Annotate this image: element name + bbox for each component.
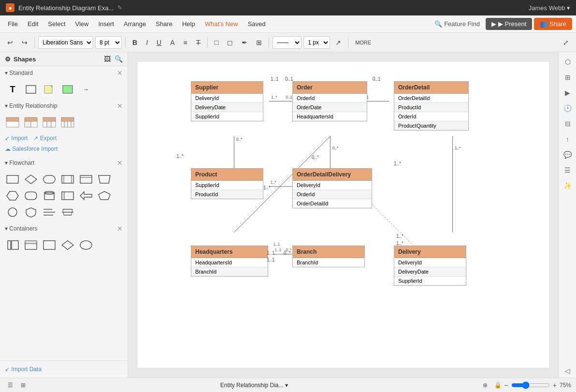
ct-diamond[interactable] xyxy=(60,238,75,252)
collapse-right-icon[interactable]: ◁ xyxy=(561,364,575,377)
containers-close-icon[interactable]: ✕ xyxy=(117,225,123,232)
fc-hex[interactable] xyxy=(5,189,20,203)
expand-button[interactable]: ⤢ xyxy=(560,36,572,49)
ct-shape3[interactable] xyxy=(42,238,57,252)
menu-whats-new[interactable]: What's New xyxy=(201,18,242,29)
er-shape-4[interactable] xyxy=(60,116,75,129)
menu-edit[interactable]: Edit xyxy=(24,18,42,29)
italic-button[interactable]: I xyxy=(143,36,151,49)
font-family-select[interactable]: Liberation Sans xyxy=(38,36,93,49)
line-width-select[interactable]: 1 px xyxy=(303,36,330,49)
note-shape[interactable] xyxy=(42,83,57,96)
menu-help[interactable]: Help xyxy=(178,18,199,29)
user-name[interactable]: James Webb ▾ xyxy=(529,4,570,12)
more-button[interactable]: MORE xyxy=(352,37,374,48)
pages-view-tab[interactable]: ⊞ xyxy=(18,381,29,390)
edit-title-icon[interactable]: ✎ xyxy=(117,4,122,11)
supplier-entity[interactable]: Supplier DeliveryId DeliveryDate Supplie… xyxy=(191,81,263,121)
underline-button[interactable]: U xyxy=(153,36,165,49)
menu-insert[interactable]: Insert xyxy=(94,18,118,29)
text-shape[interactable]: T xyxy=(5,83,20,96)
zoom-slider[interactable] xyxy=(511,381,550,389)
canvas-area[interactable]: 1..* 0..1 0..1 0..* 1..* 0..* 1..* xyxy=(128,52,559,377)
standard-section-header[interactable]: ▾ Standard ✕ xyxy=(0,66,128,80)
present-button[interactable]: ▶ ▶ Present xyxy=(486,18,532,30)
align-button[interactable]: ≡ xyxy=(180,36,190,49)
er-section-header[interactable]: ▾ Entity Relationship ✕ xyxy=(0,99,128,113)
rectangle-shape[interactable] xyxy=(23,83,39,96)
table-icon[interactable]: ⊞ xyxy=(561,71,575,84)
fc-rect4[interactable] xyxy=(60,189,75,203)
color-shape[interactable] xyxy=(60,83,75,96)
share-button[interactable]: 👥 Share xyxy=(534,18,572,30)
menu-file[interactable]: File xyxy=(4,18,22,29)
fc-drum[interactable] xyxy=(42,189,57,203)
flowchart-close-icon[interactable]: ✕ xyxy=(117,159,123,167)
clock-icon[interactable]: 🕐 xyxy=(561,102,575,115)
delivery-entity[interactable]: Delivery DeliveryId DeliveryDate Supplie… xyxy=(394,246,466,286)
font-color-button[interactable]: A xyxy=(167,36,178,49)
menu-share[interactable]: Share xyxy=(152,18,176,29)
fc-rect3[interactable] xyxy=(78,173,94,186)
menu-select[interactable]: Select xyxy=(44,18,69,29)
line-color-button[interactable]: ◻ xyxy=(224,36,236,49)
fill-button[interactable]: □ xyxy=(211,36,222,49)
connector-button[interactable]: ↗ xyxy=(332,36,345,49)
diagram-canvas[interactable]: 1..* 0..1 0..1 0..* 1..* 0..* 1..* xyxy=(138,62,549,368)
fc-lines2[interactable] xyxy=(60,205,75,219)
line-style-select[interactable]: —— xyxy=(273,36,302,49)
fc-rect2[interactable] xyxy=(60,173,75,186)
diagram-dropdown-icon[interactable]: ▾ xyxy=(285,382,288,389)
ct-shape1[interactable] xyxy=(5,238,20,252)
gear-icon[interactable]: ⚙ xyxy=(5,56,11,63)
upload-icon[interactable]: ↑ xyxy=(561,132,575,146)
er-close-icon[interactable]: ✕ xyxy=(117,102,123,110)
magic-icon[interactable]: ✨ xyxy=(561,179,575,192)
present-icon[interactable]: ▶ xyxy=(561,86,575,100)
pen-button[interactable]: ✒ xyxy=(238,36,251,49)
fc-diamond[interactable] xyxy=(23,173,39,186)
menu-view[interactable]: View xyxy=(72,18,93,29)
feature-find[interactable]: 🔍 Feature Find xyxy=(434,20,480,28)
image-icon[interactable]: 🖼 xyxy=(104,55,111,63)
zoom-in-button[interactable]: + xyxy=(553,381,557,389)
er-shape-1[interactable] xyxy=(5,116,20,129)
export-button[interactable]: ↗ Export xyxy=(33,135,57,142)
import-data-button[interactable]: ↙ Import Data xyxy=(5,366,123,373)
containers-section-header[interactable]: ▾ Containers ✕ xyxy=(0,222,128,235)
undo-button[interactable]: ↩ xyxy=(4,36,16,49)
flowchart-section-header[interactable]: ▾ Flowchart ✕ xyxy=(0,156,128,170)
headquarters-entity[interactable]: Headquarters HeadquartersId BranchId xyxy=(191,246,268,276)
odd-entity[interactable]: OrderDetailDelivery DeliveryId OrderId O… xyxy=(292,168,372,208)
product-entity[interactable]: Product SupplierId ProductId xyxy=(191,168,263,199)
fc-pill[interactable] xyxy=(23,189,39,203)
font-size-select[interactable]: 8 pt xyxy=(95,36,122,49)
fc-trapezoid[interactable] xyxy=(97,173,112,186)
fc-lines1[interactable] xyxy=(42,205,57,219)
bold-button[interactable]: B xyxy=(129,36,141,49)
fc-circle[interactable] xyxy=(5,205,20,219)
redo-button[interactable]: ↪ xyxy=(18,36,31,49)
menu-saved[interactable]: Saved xyxy=(244,18,270,29)
ct-shape2[interactable] xyxy=(23,238,39,252)
fc-rounded[interactable] xyxy=(42,173,57,186)
grid-view-tab[interactable]: ☰ xyxy=(5,381,16,390)
fc-arrow-left[interactable] xyxy=(78,189,94,203)
er-shape-2[interactable] xyxy=(23,116,39,129)
standard-close-icon[interactable]: ✕ xyxy=(117,69,123,77)
pages-icon[interactable]: ⬡ xyxy=(561,55,575,69)
add-page-button[interactable]: ⊕ xyxy=(480,381,490,390)
order-entity[interactable]: Order OrderId OrderDate HeadquartersId xyxy=(292,81,367,121)
zoom-out-button[interactable]: − xyxy=(504,381,508,389)
fc-shield[interactable] xyxy=(23,205,39,219)
layers-icon[interactable]: ⊟ xyxy=(561,117,575,131)
er-shape-3[interactable] xyxy=(42,116,57,129)
branch-entity[interactable]: Branch BranchId xyxy=(292,246,365,267)
fc-pentagon[interactable] xyxy=(97,189,112,203)
menu-arrange[interactable]: Arrange xyxy=(120,18,150,29)
arrow-shape[interactable]: → xyxy=(78,83,94,96)
format-icon[interactable]: ☰ xyxy=(561,163,575,177)
orderdetail-entity[interactable]: OrderDetail OrderDetailId ProductId Orde… xyxy=(394,81,469,131)
salesforce-import-button[interactable]: ☁ Salesforce Import xyxy=(5,145,123,152)
chat-icon[interactable]: 💬 xyxy=(561,148,575,161)
